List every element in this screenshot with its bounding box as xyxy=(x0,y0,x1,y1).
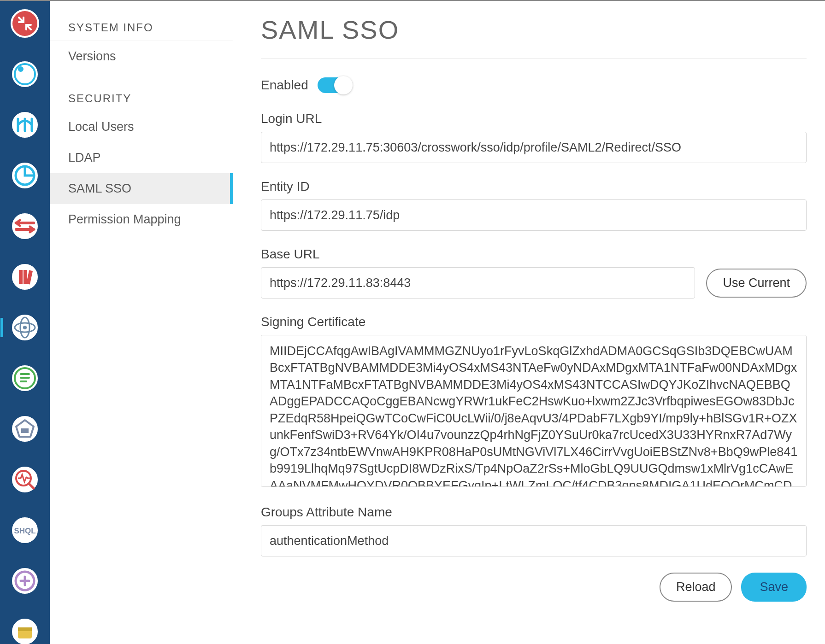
main-content: SAML SSO Enabled Login URL Entity ID Bas… xyxy=(233,1,825,644)
rail-monitor-icon[interactable] xyxy=(11,465,39,494)
svg-point-7 xyxy=(12,213,38,240)
page-title: SAML SSO xyxy=(261,15,807,45)
enabled-toggle[interactable] xyxy=(318,77,352,93)
base-url-label: Base URL xyxy=(261,247,807,262)
login-url-label: Login URL xyxy=(261,111,807,126)
use-current-button[interactable]: Use Current xyxy=(706,269,807,298)
rail-topology-icon[interactable] xyxy=(11,415,39,443)
rail-routes-icon[interactable] xyxy=(11,212,39,240)
signing-cert-label: Signing Certificate xyxy=(261,315,807,329)
rail-docs-icon[interactable] xyxy=(11,364,39,392)
login-url-input[interactable] xyxy=(261,132,807,163)
rail-chart-icon[interactable] xyxy=(11,161,39,190)
svg-text:SHQL: SHQL xyxy=(14,527,35,535)
svg-point-15 xyxy=(23,326,27,329)
sidebar-item-local-users[interactable]: Local Users xyxy=(50,111,233,142)
sidebar-item-versions[interactable]: Versions xyxy=(50,41,233,72)
sidebar: SYSTEM INFO Versions SECURITY Local User… xyxy=(50,1,233,644)
rail-shql-icon[interactable]: SHQL xyxy=(11,516,39,544)
svg-point-3 xyxy=(18,66,24,72)
svg-rect-10 xyxy=(24,270,27,284)
rail-compress-icon[interactable] xyxy=(11,9,39,38)
base-url-input[interactable] xyxy=(261,267,695,299)
groups-attr-input[interactable] xyxy=(261,525,807,556)
rail-library-icon[interactable] xyxy=(11,263,39,291)
rail-globe-icon[interactable] xyxy=(11,60,39,88)
entity-id-label: Entity ID xyxy=(261,179,807,194)
entity-id-input[interactable] xyxy=(261,199,807,231)
svg-rect-9 xyxy=(19,270,23,284)
svg-point-0 xyxy=(12,10,38,37)
sidebar-item-ldap[interactable]: LDAP xyxy=(50,142,233,173)
reload-button[interactable]: Reload xyxy=(660,573,732,602)
enabled-label: Enabled xyxy=(261,78,308,93)
toggle-knob xyxy=(334,76,353,94)
svg-rect-19 xyxy=(21,428,29,433)
rail-add-icon[interactable] xyxy=(11,567,39,595)
sidebar-item-permission-mapping[interactable]: Permission Mapping xyxy=(50,204,233,235)
section-header-system-info: SYSTEM INFO xyxy=(50,15,233,41)
rail-pipeline-icon[interactable] xyxy=(11,111,39,139)
rail-network-icon[interactable] xyxy=(11,313,39,342)
title-divider xyxy=(261,59,807,59)
section-header-security: SECURITY xyxy=(50,86,233,111)
save-button[interactable]: Save xyxy=(741,573,807,602)
rail-package-icon[interactable] xyxy=(11,617,39,644)
signing-cert-textarea[interactable] xyxy=(261,335,807,487)
icon-rail: SHQL xyxy=(0,1,50,644)
sidebar-item-saml-sso[interactable]: SAML SSO xyxy=(50,173,233,204)
svg-rect-29 xyxy=(18,627,32,631)
groups-attr-label: Groups Attribute Name xyxy=(261,505,807,520)
